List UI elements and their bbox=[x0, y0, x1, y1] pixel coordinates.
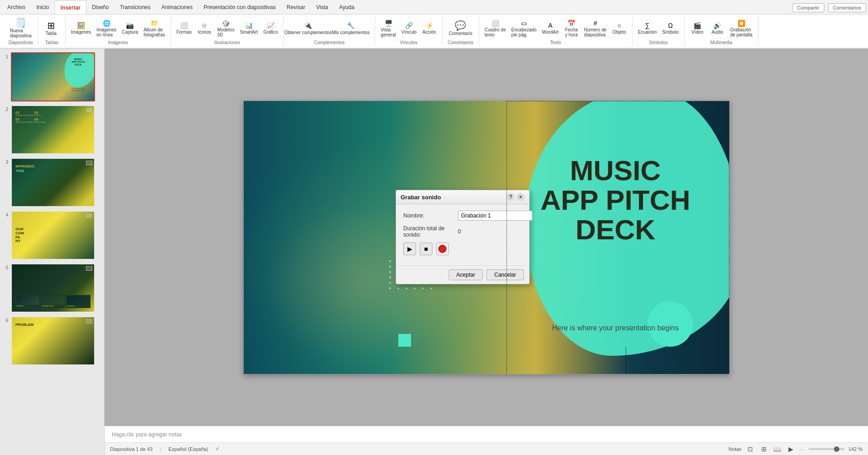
slide-thumb-1[interactable]: 1 MUSICAPP PITCHDECK Here is where yourp… bbox=[2, 52, 102, 101]
tab-inicio[interactable]: Inicio bbox=[31, 0, 55, 14]
group-label-complementos: Complementos bbox=[287, 39, 371, 45]
tab-diseno[interactable]: Diseño bbox=[86, 0, 114, 14]
teal-square bbox=[398, 334, 411, 347]
slide-sorter-button[interactable]: ⊞ bbox=[759, 444, 769, 454]
slide-thumbnail-1[interactable]: MUSICAPP PITCHDECK Here is where yourpre… bbox=[11, 52, 95, 101]
slide-thumbnail-4[interactable]: OURCOMPANY bbox=[11, 211, 95, 260]
tab-vista[interactable]: Vista bbox=[311, 0, 333, 14]
btn-ecuacion[interactable]: ∑ Ecuación bbox=[636, 21, 658, 35]
btn-comentario[interactable]: 💬 Comentario bbox=[446, 20, 475, 37]
modelos3d-icon: 🎲 bbox=[222, 20, 230, 27]
btn-imagenes[interactable]: 🖼️ Imágenes bbox=[69, 21, 93, 35]
btn-video[interactable]: 🎬 Vídeo bbox=[688, 21, 707, 35]
zoom-level: 142 % bbox=[848, 446, 863, 452]
btn-grabacion-pantalla[interactable]: ⏺️ Grabaciónde pantalla bbox=[728, 19, 754, 38]
zoom-slider[interactable] bbox=[808, 448, 845, 450]
accessibility-check: ✓ bbox=[216, 446, 220, 452]
presentation-button[interactable]: ▶ bbox=[786, 444, 796, 454]
notes-bar[interactable]: Haga clic para agregar notas bbox=[105, 426, 868, 442]
share-button[interactable]: Compartir bbox=[792, 3, 824, 12]
tab-revisar[interactable]: Revisar bbox=[281, 0, 311, 14]
dialog-titlebar-controls: ? × bbox=[507, 193, 525, 201]
tab-presentacion[interactable]: Presentación con diapositivas bbox=[198, 0, 281, 14]
btn-cuadro-texto[interactable]: ⬜ Cuadro detexto bbox=[483, 19, 508, 38]
album-icon: 📁 bbox=[151, 20, 158, 27]
slide-thumb-4[interactable]: 4 OURCOMPANY bbox=[2, 211, 102, 260]
dialog-nombre-input[interactable] bbox=[458, 211, 532, 221]
tab-animaciones[interactable]: Animaciones bbox=[156, 0, 198, 14]
grafico-icon: 📈 bbox=[267, 22, 275, 29]
btn-album[interactable]: 📁 Álbum defotografías bbox=[142, 19, 167, 38]
dialog-play-button[interactable]: ▶ bbox=[403, 243, 416, 255]
canvas-area: MUSIC APP PITCH DECK Here is where your … bbox=[105, 49, 868, 455]
dialog-help-button[interactable]: ? bbox=[507, 193, 515, 201]
slide-thumb-2[interactable]: 2 01PROBLEM / THE SOLUTION 02PRODUCT 03M… bbox=[2, 105, 102, 154]
btn-mis-complementos[interactable]: 🔧 Mis complementos bbox=[330, 21, 371, 36]
slide-thumbnail-2[interactable]: 01PROBLEM / THE SOLUTION 02PRODUCT 03MAR… bbox=[11, 105, 95, 154]
btn-nueva-diapositiva[interactable]: 🗒️ Nuevadiapositiva bbox=[7, 17, 34, 39]
slide-thumbnail-3[interactable]: INTRODUC TION bbox=[11, 158, 95, 207]
btn-fecha[interactable]: 📅 Fechay hora bbox=[562, 19, 581, 38]
btn-modelos3d[interactable]: 🎲 Modelos3D bbox=[216, 19, 236, 38]
slide-panel: 1 MUSICAPP PITCHDECK Here is where yourp… bbox=[0, 49, 105, 455]
encabezado-icon: ▭ bbox=[521, 20, 527, 27]
dialog-record-button[interactable] bbox=[436, 243, 449, 255]
btn-captura[interactable]: 📷 Captura bbox=[120, 21, 140, 35]
ribbon-group-complementos: 🔌 Obtener complementos 🔧 Mis complemento… bbox=[284, 16, 375, 46]
slide-thumbnail-6[interactable]: PROBLEM bbox=[11, 316, 95, 365]
dialog-stop-button[interactable]: ■ bbox=[420, 243, 432, 255]
btn-audio[interactable]: 🔊 Audio bbox=[708, 21, 727, 35]
slide-num-1: 1 bbox=[2, 54, 8, 59]
slide-thumbnail-5[interactable]: JOHN DOE JOHN PATTERSON ALEXA LIUZ bbox=[11, 263, 95, 313]
thumb-1-title: MUSICAPP PITCHDECK bbox=[65, 58, 92, 66]
btn-simbolo[interactable]: Ω Símbolo bbox=[660, 21, 681, 35]
btn-formas[interactable]: ⬜ Formas bbox=[175, 21, 194, 35]
btn-iconos[interactable]: ☆ Iconos bbox=[196, 21, 214, 35]
dialog-body: Nombre: Duración total de sonido: 0 ▶ ■ bbox=[396, 204, 529, 265]
ribbon-group-vinculos: 🖥️ Vistageneral 🔗 Vínculo ⚡ Acción Víncu… bbox=[375, 16, 442, 46]
btn-imagenes-linea[interactable]: 🌐 Imágenesen línea bbox=[95, 19, 118, 38]
slide-canvas[interactable]: MUSIC APP PITCH DECK Here is where your … bbox=[105, 49, 868, 426]
btn-encabezado[interactable]: ▭ Encabezadopie pág. bbox=[509, 19, 538, 38]
dialog-close-button[interactable]: × bbox=[517, 193, 525, 201]
dialog-footer: Aceptar Cancelar bbox=[396, 265, 529, 284]
btn-obtener-complementos[interactable]: 🔌 Obtener complementos bbox=[287, 21, 328, 36]
slide-thumb-6[interactable]: 6 PROBLEM bbox=[2, 316, 102, 365]
tab-insertar[interactable]: Insertar bbox=[55, 0, 86, 14]
btn-vinculo[interactable]: 🔗 Vínculo bbox=[400, 21, 418, 35]
language-info: Español (España) bbox=[168, 446, 208, 452]
btn-accion[interactable]: ⚡ Acción bbox=[420, 21, 438, 35]
dialog-cancelar-button[interactable]: Cancelar bbox=[487, 269, 524, 280]
normal-view-button[interactable]: ⊡ bbox=[745, 444, 755, 454]
btn-grafico[interactable]: 📈 Gráfico bbox=[261, 21, 280, 35]
vertical-line bbox=[626, 347, 626, 374]
ribbon-group-diapositivas: 🗒️ Nuevadiapositiva Diapositivas bbox=[4, 16, 38, 46]
tab-ayuda[interactable]: Ayuda bbox=[334, 0, 360, 14]
slide-thumb-5[interactable]: 5 JOHN DOE JOHN PATTERSON bbox=[2, 263, 102, 313]
dialog-duracion-label: Duración total de sonido: bbox=[403, 225, 458, 238]
main-area: 1 MUSICAPP PITCHDECK Here is where yourp… bbox=[0, 49, 868, 455]
record-icon bbox=[438, 245, 447, 253]
fecha-icon: 📅 bbox=[567, 20, 575, 27]
slide-thumb-3[interactable]: 3 INTRODUC TION bbox=[2, 158, 102, 207]
ribbon-group-tablas: ⊞ Tabla Tablas bbox=[38, 16, 65, 46]
ribbon-group-simbolos: ∑ Ecuación Ω Símbolo Símbolos bbox=[632, 16, 685, 46]
btn-objeto[interactable]: ○ Objeto bbox=[610, 21, 628, 35]
btn-wordart[interactable]: A WordArt bbox=[540, 21, 561, 35]
comments-button[interactable]: Comentarios bbox=[828, 3, 866, 12]
slide-title[interactable]: MUSIC APP PITCH DECK bbox=[529, 156, 702, 244]
dialog-aceptar-button[interactable]: Aceptar bbox=[449, 269, 483, 280]
tab-transiciones[interactable]: Transiciones bbox=[114, 0, 156, 14]
dialog-playback-controls: ▶ ■ bbox=[403, 243, 522, 255]
dialog-duracion-row: Duración total de sonido: 0 bbox=[403, 225, 522, 238]
btn-smartart[interactable]: 📊 SmartArt bbox=[238, 21, 260, 35]
slide-subtitle[interactable]: Here is where your presentation begins bbox=[529, 324, 702, 332]
reading-view-button[interactable]: 📖 bbox=[773, 444, 783, 454]
btn-numero-diapositiva[interactable]: # Número dediapositiva bbox=[582, 19, 608, 38]
btn-vista-general[interactable]: 🖥️ Vistageneral bbox=[379, 19, 397, 38]
notes-toggle[interactable]: Notas bbox=[728, 446, 742, 452]
complementos-icon: 🔌 bbox=[304, 22, 312, 29]
group-label-tablas: Tablas bbox=[42, 39, 61, 45]
tab-archivo[interactable]: Archivo bbox=[2, 0, 31, 14]
btn-tabla[interactable]: ⊞ Tabla bbox=[42, 20, 60, 37]
